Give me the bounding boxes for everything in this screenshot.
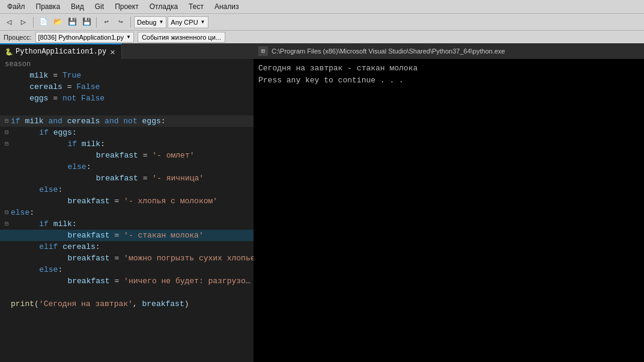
code-line-6: ⊟ if eggs: — [0, 127, 254, 138]
terminal-window-icon: ⊞ — [258, 46, 268, 56]
redo-button[interactable]: ↪ — [114, 16, 127, 29]
menu-analyze[interactable]: Анализ — [210, 1, 244, 12]
process-dropdown-arrow: ▼ — [126, 34, 131, 40]
toolbar-sep-3 — [130, 17, 131, 28]
code-line-12: breakfast = '- хлопья с молоком' — [0, 195, 254, 207]
toolbar-sep-2 — [96, 17, 97, 28]
terminal-output-line-2: Press any key to continue . . . — [258, 75, 639, 87]
code-line-2: cereals = False — [0, 81, 254, 93]
editor-panel: 🐍 PythonApplication1.py ✕ season milk = … — [0, 43, 254, 362]
code-line-15: breakfast = '- стакан молока' — [0, 230, 254, 241]
code-line-5: ⊟ if milk and cereals and not eggs: — [0, 115, 254, 127]
code-line-4 — [0, 104, 254, 115]
terminal-content[interactable]: Сегодня на завтрак - стакан молока Press… — [254, 59, 644, 362]
python-file-icon: 🐍 — [5, 48, 13, 56]
menu-test[interactable]: Тест — [184, 1, 208, 12]
forward-button[interactable]: ▷ — [17, 16, 30, 29]
process-dropdown[interactable]: [8036] PythonApplication1.py ▼ — [35, 32, 134, 43]
terminal-output-line-1: Сегодня на завтрак - стакан молока — [258, 63, 639, 75]
menu-view[interactable]: Вид — [66, 1, 89, 12]
tab-label: PythonApplication1.py — [16, 48, 106, 56]
code-area[interactable]: milk = True cereals = False eggs = not F… — [0, 70, 254, 362]
fold-gutter-5[interactable]: ⊟ — [2, 115, 11, 127]
save-all-button[interactable]: 💾 — [80, 16, 93, 29]
fold-gutter-14[interactable]: ⊟ — [2, 218, 11, 230]
code-line-21: print('Сегодня на завтрак', breakfast) — [0, 298, 254, 310]
terminal-title-bar: ⊞ C:\Program Files (x86)\Microsoft Visua… — [254, 43, 644, 59]
events-button[interactable]: События жизненного ци... — [138, 32, 225, 43]
cpu-mode-dropdown[interactable]: Any CPU ▼ — [168, 16, 208, 28]
menu-project[interactable]: Проект — [110, 1, 144, 12]
code-line-14: ⊟ if milk: — [0, 218, 254, 230]
code-line-3: eggs = not False — [0, 93, 254, 104]
menu-git[interactable]: Git — [90, 1, 109, 12]
code-line-17: breakfast = 'можно погрызть сухих хлопье… — [0, 253, 254, 264]
code-line-7: ⊟ if milk: — [0, 138, 254, 150]
menu-debug[interactable]: Отладка — [145, 1, 183, 12]
code-line-11: else: — [0, 184, 254, 195]
open-button[interactable]: 📂 — [51, 16, 64, 29]
code-line-18: else: — [0, 264, 254, 275]
toolbar: ◁ ▷ 📄 📂 💾 💾 ↩ ↪ Debug ▼ Any CPU ▼ — [0, 13, 644, 30]
tab-bar: 🐍 PythonApplication1.py ✕ — [0, 43, 254, 59]
debug-mode-dropdown[interactable]: Debug ▼ — [134, 16, 166, 28]
debug-dropdown-arrow: ▼ — [159, 19, 163, 25]
undo-button[interactable]: ↩ — [100, 16, 113, 29]
code-line-9: else: — [0, 161, 254, 173]
fold-gutter-6[interactable]: ⊟ — [2, 127, 11, 138]
code-line-13: ⊟ else: — [0, 207, 254, 218]
cpu-dropdown-arrow: ▼ — [201, 19, 205, 25]
code-line-19: breakfast = 'ничего не будет: разгрузочн… — [0, 275, 254, 287]
tab-python-app[interactable]: 🐍 PythonApplication1.py ✕ — [0, 43, 122, 59]
code-line-20 — [0, 287, 254, 298]
process-label: Процесс: — [4, 34, 32, 41]
breadcrumb: season — [0, 59, 254, 70]
fold-gutter-7[interactable]: ⊟ — [2, 138, 11, 150]
save-button[interactable]: 💾 — [65, 16, 79, 29]
menu-file[interactable]: Файл — [2, 1, 30, 12]
code-line-16: elif cereals: — [0, 241, 254, 253]
fold-gutter-13[interactable]: ⊟ — [2, 207, 11, 218]
terminal-title: C:\Program Files (x86)\Microsoft Visual … — [272, 48, 505, 55]
back-button[interactable]: ◁ — [2, 16, 16, 29]
code-line-8: breakfast = '- омлет' — [0, 150, 254, 161]
toolbar-sep-1 — [33, 17, 34, 28]
terminal-panel: ⊞ C:\Program Files (x86)\Microsoft Visua… — [254, 43, 644, 362]
main-content: 🐍 PythonApplication1.py ✕ season milk = … — [0, 43, 644, 362]
code-line-1: milk = True — [0, 70, 254, 81]
menu-edit[interactable]: Правка — [31, 1, 65, 12]
code-line-10: breakfast = '- яичница' — [0, 173, 254, 184]
menu-bar: Файл Правка Вид Git Проект Отладка Тест … — [0, 0, 644, 13]
new-file-button[interactable]: 📄 — [37, 16, 50, 29]
tab-close-button[interactable]: ✕ — [109, 47, 116, 57]
process-bar: Процесс: [8036] PythonApplication1.py ▼ … — [0, 30, 644, 43]
